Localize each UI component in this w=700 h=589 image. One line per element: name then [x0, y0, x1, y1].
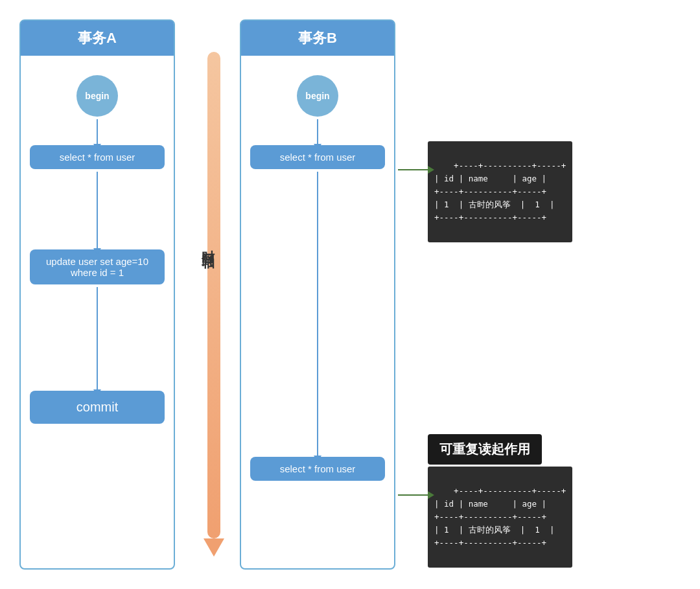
- arrow-b-select2-to-table2: [398, 494, 429, 496]
- transaction-b-column: 事务B begin select * from user select * fr…: [240, 19, 395, 570]
- transaction-a-update: update user set age=10 where id = 1: [30, 249, 165, 284]
- diagram-container: 事务A begin select * from user update user…: [0, 0, 700, 589]
- flow-arrow-2: [97, 172, 98, 249]
- db-table-1: +----+----------+-----+ | id | name | ag…: [428, 141, 572, 242]
- flow-arrow-b-1: [317, 119, 318, 145]
- db-table-2: +----+----------+-----+ | id | name | ag…: [428, 467, 572, 568]
- time-axis-arrow: [204, 538, 224, 557]
- time-axis-line: [207, 52, 220, 538]
- flow-arrow-b-2: [317, 172, 318, 457]
- time-axis: [198, 52, 230, 557]
- transaction-b-header: 事务B: [241, 21, 394, 56]
- flow-arrow-3: [97, 287, 98, 391]
- transaction-b-begin: begin: [297, 75, 338, 117]
- flow-arrow-1: [97, 119, 98, 145]
- transaction-a-header: 事务A: [21, 21, 174, 56]
- transaction-a-begin: begin: [76, 75, 118, 117]
- time-axis-label: 时间轴: [200, 240, 217, 248]
- transaction-a-column: 事务A begin select * from user update user…: [19, 19, 175, 570]
- arrow-b-select1-to-table1: [398, 169, 429, 170]
- highlight-label: 可重复读起作用: [428, 434, 542, 465]
